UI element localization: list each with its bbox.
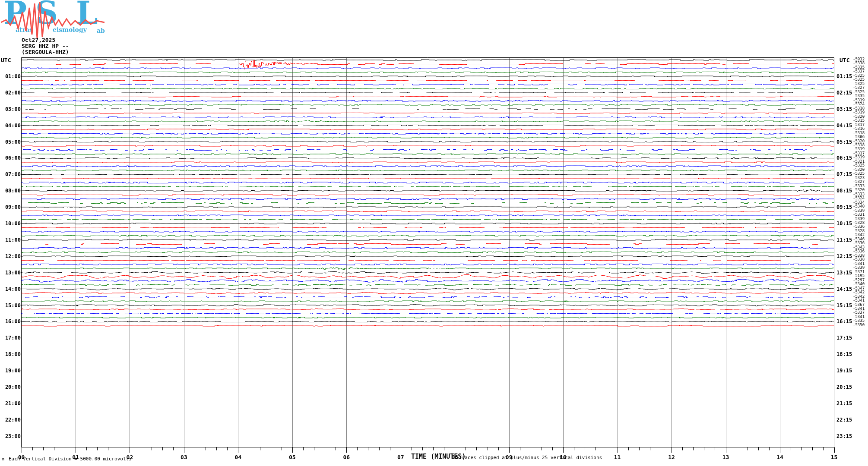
- right-time-label: 05:15: [836, 139, 852, 145]
- left-time-label: 23:00: [3, 434, 21, 439]
- logo-letter-p: P: [3, 0, 27, 28]
- left-time-label: 18:00: [3, 352, 21, 357]
- corner-scale-mark: m: [2, 457, 4, 461]
- left-time-label: 15:00: [3, 303, 21, 309]
- left-time-label: 17:00: [3, 335, 21, 341]
- x-tick-label: 06: [343, 454, 350, 460]
- left-time-label: 05:00: [3, 139, 21, 145]
- trace-offset-value: -5339: [853, 266, 865, 270]
- left-time-label: 08:00: [3, 188, 21, 194]
- logo-word-eismology: eismology: [53, 27, 87, 33]
- left-time-label: 06:00: [3, 155, 21, 161]
- trace-offset-value: -5336: [853, 249, 865, 253]
- left-time-label: 09:00: [3, 205, 21, 210]
- trace-offset-value: -5335: [853, 94, 865, 98]
- right-time-label: 19:15: [836, 368, 852, 374]
- trace-offset-value: -5316: [853, 127, 865, 131]
- trace-offset-value: -5340: [853, 205, 865, 208]
- logo-word-atras: atras: [16, 27, 33, 33]
- left-time-label: 10:00: [3, 221, 21, 227]
- x-tick-label: 15: [831, 454, 838, 460]
- left-time-label: 19:00: [3, 368, 21, 374]
- logo-word-ab: ab: [97, 28, 105, 34]
- trace-offset-value: -5324: [853, 102, 865, 106]
- logo-letter-l: L: [76, 0, 98, 28]
- trace-offset-value: -5340: [853, 282, 865, 286]
- trace-offset-value: -5327: [853, 86, 865, 90]
- trace-offset-value: -5338: [853, 258, 865, 261]
- trace-offset-value: -5315: [853, 119, 865, 123]
- clip-note: Traces clipped at plus/minus 25 vertical…: [459, 455, 602, 460]
- trace-offset-value: -5320: [853, 188, 865, 192]
- helicorder-page: P S L atras eismology ab Oct27,2025 SERG…: [0, 0, 868, 466]
- left-time-label: 16:00: [3, 319, 21, 324]
- left-time-label: 21:00: [3, 401, 21, 406]
- right-time-label: 01:15: [836, 74, 852, 79]
- right-time-label: 09:15: [836, 205, 852, 210]
- trace-offset-value: -5325: [853, 164, 865, 167]
- header-station: (SERGOULA-HHZ): [22, 49, 69, 55]
- helicorder-canvas: [0, 0, 868, 466]
- trace-offset-value: -5342: [853, 290, 865, 294]
- left-time-label: 07:00: [3, 172, 21, 177]
- logo-letter-s: S: [35, 0, 58, 28]
- left-time-label: 22:00: [3, 417, 21, 423]
- right-time-label: 02:15: [836, 90, 852, 96]
- trace-offset-value: -5319: [853, 110, 865, 114]
- right-time-label: 12:15: [836, 254, 852, 259]
- utc-label-right: UTC: [839, 57, 849, 63]
- right-time-label: 08:15: [836, 188, 852, 194]
- left-time-label: 12:00: [3, 254, 21, 259]
- right-time-label: 16:15: [836, 319, 852, 324]
- x-tick-label: 07: [397, 454, 404, 460]
- utc-label-left: UTC: [1, 57, 11, 63]
- left-time-label: 04:00: [3, 123, 21, 129]
- x-tick-label: 03: [181, 454, 187, 460]
- right-time-label: 22:15: [836, 417, 852, 423]
- right-time-label: 04:15: [836, 123, 852, 129]
- right-time-label: 15:15: [836, 303, 852, 309]
- left-time-label: 01:00: [3, 74, 21, 79]
- right-time-label: 20:15: [836, 384, 852, 390]
- trace-offset-value: -5306: [853, 135, 865, 139]
- x-tick-label: 12: [668, 454, 675, 460]
- right-time-label: 10:15: [836, 221, 852, 227]
- x-tick-label: 13: [722, 454, 729, 460]
- left-time-label: 14:00: [3, 287, 21, 292]
- right-time-label: 23:15: [836, 434, 852, 439]
- left-time-label: 03:00: [3, 107, 21, 112]
- trace-offset-value: -5325: [853, 172, 865, 176]
- trace-offset-value: -5324: [853, 196, 865, 200]
- left-time-label: 13:00: [3, 270, 21, 276]
- right-time-label: 11:15: [836, 237, 852, 243]
- right-time-label: 13:15: [836, 270, 852, 276]
- x-tick-label: 14: [776, 454, 783, 460]
- left-time-label: 20:00: [3, 384, 21, 390]
- trace-offset-value: -5195: [853, 274, 865, 278]
- right-time-label: 03:15: [836, 107, 852, 112]
- right-time-label: 21:15: [836, 401, 852, 406]
- left-time-label: 02:00: [3, 90, 21, 96]
- psl-logo: P S L atras eismology ab: [1, 0, 109, 40]
- header-date: Oct27,2025: [22, 37, 55, 43]
- right-time-label: 14:15: [836, 287, 852, 292]
- trace-offset-value: -5331: [853, 213, 865, 217]
- trace-offset-value: -5327: [853, 180, 865, 184]
- x-axis-title: TIME (MINUTES): [411, 453, 466, 460]
- x-tick-label: 04: [235, 454, 242, 460]
- scale-note: Each Vertical Division = 5000.00 microvo…: [9, 456, 132, 462]
- right-time-label: 18:15: [836, 352, 852, 357]
- right-time-label: 17:15: [836, 335, 852, 341]
- left-time-label: 11:00: [3, 237, 21, 243]
- right-time-label: 06:15: [836, 155, 852, 161]
- header-channel: SERG HHZ HP --: [22, 43, 69, 49]
- x-tick-label: 11: [614, 454, 621, 460]
- x-tick-label: 05: [289, 454, 296, 460]
- trace-offset-value: -5341: [853, 299, 865, 302]
- right-time-label: 07:15: [836, 172, 852, 177]
- trace-offset-value: -5350: [853, 323, 865, 327]
